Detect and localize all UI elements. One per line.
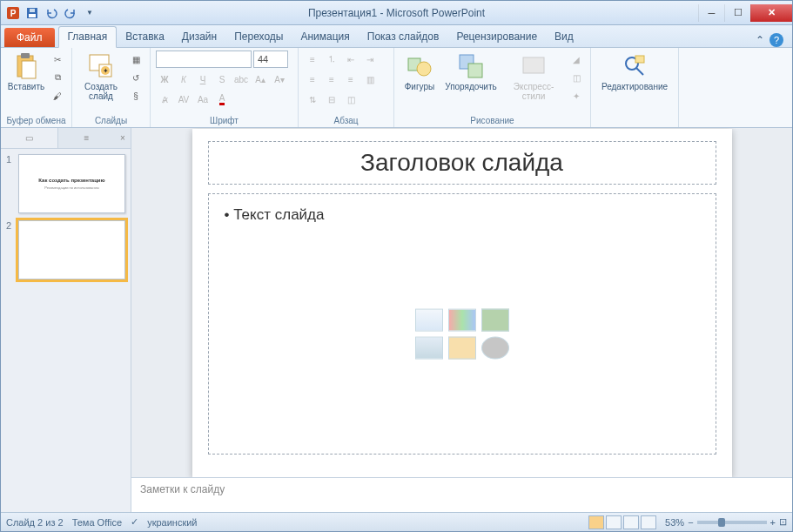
svg-rect-4 (30, 9, 35, 12)
panel-close-icon[interactable]: × (115, 128, 131, 148)
align-text-icon[interactable]: ⊟ (323, 91, 340, 108)
insert-picture-icon[interactable] (415, 336, 443, 359)
app-window: P ▼ Презентация1 - Microsoft PowerPoint … (0, 0, 793, 532)
redo-icon[interactable] (62, 4, 79, 22)
shadow-icon[interactable]: abc (232, 71, 250, 88)
font-size-combo[interactable] (253, 51, 288, 68)
paste-button[interactable]: Вставить (6, 51, 46, 93)
spellcheck-icon[interactable]: ✓ (131, 516, 138, 528)
shape-outline-icon[interactable]: ◫ (568, 69, 585, 86)
help-icon[interactable]: ? (769, 33, 783, 47)
thumbnail-1[interactable]: 1 Как создать презентацию Рекомендации п… (6, 154, 125, 213)
format-painter-icon[interactable]: 🖌 (49, 87, 66, 104)
quick-access-toolbar: P ▼ (1, 4, 102, 22)
insert-smartart-icon[interactable] (481, 308, 509, 331)
columns-icon[interactable]: ▥ (361, 71, 379, 88)
smartart-convert-icon[interactable]: ◫ (342, 91, 360, 108)
change-case-icon[interactable]: Aa (194, 91, 212, 108)
section-icon[interactable]: § (127, 87, 144, 104)
font-color-icon[interactable]: A (213, 91, 231, 108)
indent-dec-icon[interactable]: ⇤ (342, 51, 360, 68)
qat-dropdown-icon[interactable]: ▼ (81, 4, 98, 22)
svg-text:✦: ✦ (103, 67, 109, 75)
view-buttons (588, 515, 656, 529)
new-slide-button[interactable]: ✦ Создать слайд (77, 51, 124, 103)
group-drawing: Фигуры Упорядочить Экспресс-стили ◢ ◫ ✦ … (394, 48, 591, 127)
group-paragraph: ≡ ⒈ ⇤ ⇥ ≡ ≡ ≡ ▥ ⇅ ⊟ ◫ Абзац (299, 48, 394, 127)
thumbnail-2[interactable]: 2 (6, 220, 125, 279)
tab-design[interactable]: Дизайн (173, 27, 225, 47)
minimize-button[interactable]: ─ (698, 4, 724, 22)
insert-table-icon[interactable] (415, 308, 443, 331)
zoom-in-icon[interactable]: + (770, 517, 776, 528)
font-family-combo[interactable] (156, 51, 252, 68)
save-icon[interactable] (24, 4, 41, 22)
arrange-button[interactable]: Упорядочить (442, 51, 500, 93)
tab-insert[interactable]: Вставка (117, 27, 173, 47)
panel-tab-slides[interactable]: ▭ (1, 128, 58, 148)
tab-file[interactable]: Файл (4, 28, 55, 47)
notes-pane[interactable]: Заметки к слайду (131, 477, 792, 512)
slide-canvas[interactable]: Заголовок слайда Текст слайда (131, 128, 792, 477)
normal-view-icon[interactable] (588, 515, 604, 529)
app-icon[interactable]: P (4, 4, 22, 22)
slide: Заголовок слайда Текст слайда (192, 129, 732, 477)
close-button[interactable]: ✕ (750, 4, 792, 22)
title-placeholder[interactable]: Заголовок слайда (208, 141, 716, 185)
svg-rect-3 (29, 14, 36, 17)
thumbnail-list: 1 Как создать презентацию Рекомендации п… (1, 149, 131, 512)
svg-rect-16 (523, 57, 544, 73)
reading-view-icon[interactable] (623, 515, 639, 529)
tab-home[interactable]: Главная (58, 26, 118, 48)
strike-icon[interactable]: S (213, 71, 231, 88)
insert-clipart-icon[interactable] (448, 336, 476, 359)
tab-animation[interactable]: Анимация (292, 27, 358, 47)
tab-review[interactable]: Рецензирование (447, 27, 546, 47)
align-left-icon[interactable]: ≡ (304, 71, 321, 88)
fit-icon[interactable]: ⊡ (779, 516, 787, 528)
minimize-ribbon-icon[interactable]: ⌃ (756, 34, 764, 46)
align-center-icon[interactable]: ≡ (323, 71, 340, 88)
cut-icon[interactable]: ✂ (49, 51, 66, 68)
tab-transitions[interactable]: Переходы (225, 27, 292, 47)
indent-inc-icon[interactable]: ⇥ (361, 51, 379, 68)
underline-icon[interactable]: Ч (194, 71, 212, 88)
layout-icon[interactable]: ▦ (127, 51, 144, 68)
grow-font-icon[interactable]: A▴ (252, 71, 269, 88)
undo-icon[interactable] (43, 4, 60, 22)
shape-effects-icon[interactable]: ✦ (568, 87, 585, 104)
slideshow-view-icon[interactable] (641, 515, 656, 529)
editing-button[interactable]: Редактирование (596, 51, 673, 93)
zoom-out-icon[interactable]: − (688, 517, 693, 528)
group-editing: Редактирование (591, 48, 679, 127)
copy-icon[interactable]: ⧉ (49, 69, 66, 86)
bold-icon[interactable]: Ж (156, 71, 173, 88)
content-placeholder[interactable]: Текст слайда (208, 193, 716, 455)
bullets-icon[interactable]: ≡ (304, 51, 321, 68)
sorter-view-icon[interactable] (606, 515, 622, 529)
clear-format-icon[interactable]: A̷ (156, 91, 173, 108)
zoom-slider[interactable] (697, 521, 767, 524)
shape-fill-icon[interactable]: ◢ (568, 51, 585, 68)
zoom-level[interactable]: 53% (665, 517, 684, 528)
panel-tab-outline[interactable]: ≡ (58, 128, 115, 148)
shrink-font-icon[interactable]: A▾ (271, 71, 288, 88)
align-right-icon[interactable]: ≡ (342, 71, 360, 88)
tab-slideshow[interactable]: Показ слайдов (359, 27, 448, 47)
ribbon: Вставить ✂ ⧉ 🖌 Буфер обмена ✦ Создать сл… (1, 48, 792, 128)
italic-icon[interactable]: К (175, 71, 192, 88)
insert-media-icon[interactable] (481, 336, 509, 359)
char-spacing-icon[interactable]: AV (175, 91, 192, 108)
svg-rect-15 (468, 64, 482, 77)
quick-styles-button[interactable]: Экспресс-стили (502, 51, 565, 103)
numbering-icon[interactable]: ⒈ (323, 51, 340, 68)
reset-icon[interactable]: ↺ (127, 69, 144, 86)
tab-view[interactable]: Вид (546, 27, 582, 47)
maximize-button[interactable]: ☐ (724, 4, 750, 22)
shapes-button[interactable]: Фигуры (400, 51, 440, 93)
insert-chart-icon[interactable] (448, 308, 476, 331)
status-language[interactable]: украинский (147, 517, 197, 528)
zoom-control: 53% − + ⊡ (665, 516, 787, 528)
text-direction-icon[interactable]: ⇅ (304, 91, 321, 108)
workspace: ▭ ≡ × 1 Как создать презентацию Рекоменд… (1, 128, 792, 512)
